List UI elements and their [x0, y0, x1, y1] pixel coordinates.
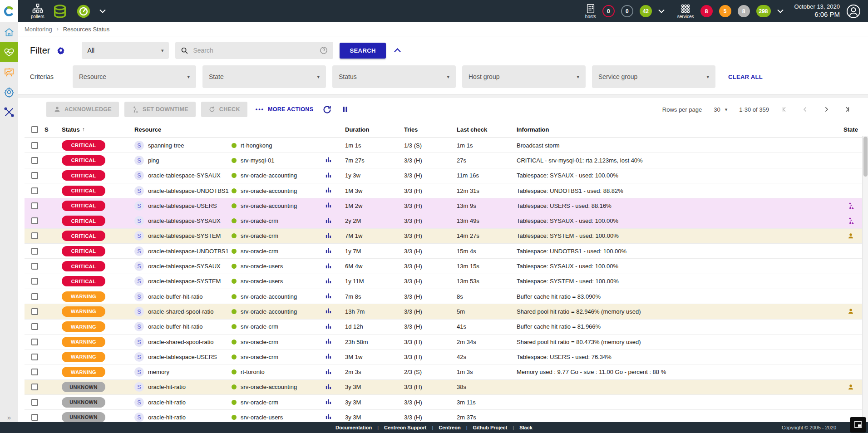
first-page-button[interactable] [781, 106, 788, 113]
search-help-icon[interactable] [320, 46, 328, 54]
parent-cell[interactable]: srv-oracle-users [232, 263, 325, 270]
parent-cell[interactable]: srv-oracle-accounting [232, 308, 325, 315]
resource-cell[interactable]: Soracle-buffer-hit-ratio [134, 322, 232, 331]
table-row[interactable]: WARNINGSoracle-tablespace-USERSsrv-oracl… [25, 349, 865, 364]
last-page-button[interactable] [843, 106, 851, 113]
table-row[interactable]: UNKNOWNSoracle-hit-ratiosrv-oracle-crm3y… [25, 395, 865, 410]
table-row[interactable]: CRITICALSoracle-tablespace-SYSTEMsrv-ora… [25, 274, 865, 289]
criteria-dropdown-state[interactable]: State▾ [202, 65, 326, 88]
parent-cell[interactable]: srv-oracle-accounting [232, 384, 325, 390]
parent-cell[interactable]: rt-toronto [232, 369, 325, 375]
table-row[interactable]: WARNINGSoracle-shared-spool-ratiosrv-ora… [25, 335, 865, 349]
parent-cell[interactable]: srv-oracle-crm [232, 248, 325, 255]
row-checkbox[interactable] [31, 354, 38, 360]
resource-cell[interactable]: Soracle-tablespace-USERS [134, 352, 232, 362]
graph-icon[interactable] [325, 383, 332, 390]
parent-cell[interactable]: srv-oracle-crm [232, 399, 325, 406]
row-checkbox[interactable] [31, 142, 38, 149]
row-checkbox[interactable] [31, 232, 38, 239]
table-row[interactable]: WARNINGSoracle-shared-spool-ratiosrv-ora… [25, 304, 865, 319]
more-actions-button[interactable]: ••• MORE ACTIONS [256, 106, 314, 113]
row-checkbox[interactable] [31, 278, 38, 285]
row-checkbox[interactable] [31, 323, 38, 330]
parent-cell[interactable]: rt-hongkong [232, 142, 325, 149]
table-row[interactable]: CRITICALSoracle-tablespace-UNDOTBS1srv-o… [25, 183, 865, 198]
check-button[interactable]: CHECK [201, 102, 247, 117]
table-row[interactable]: UNKNOWNSoracle-hit-ratiosrv-oracle-accou… [25, 380, 865, 395]
resource-cell[interactable]: Soracle-hit-ratio [134, 398, 232, 407]
graph-icon[interactable] [325, 307, 332, 314]
row-checkbox[interactable] [31, 369, 38, 375]
table-row[interactable]: CRITICALSoracle-tablespace-UNDOTBS1srv-o… [25, 244, 865, 259]
row-checkbox[interactable] [31, 308, 38, 315]
parent-cell[interactable]: srv-oracle-accounting [232, 293, 325, 300]
scrollbar-thumb[interactable] [863, 137, 868, 177]
parent-cell[interactable]: srv-oracle-crm [232, 232, 325, 239]
services-chevron-down-icon[interactable] [777, 9, 784, 13]
col-duration[interactable]: Duration [345, 126, 404, 133]
hosts-status[interactable]: hosts [585, 4, 596, 19]
hosts-up-count[interactable]: 42 [640, 5, 652, 17]
sidebar-item-home[interactable] [0, 22, 18, 42]
row-checkbox[interactable] [31, 263, 38, 270]
row-checkbox[interactable] [31, 187, 38, 194]
graph-icon[interactable] [325, 202, 332, 208]
clear-all-button[interactable]: CLEAR ALL [728, 74, 763, 80]
table-row[interactable]: CRITICALSoracle-tablespace-USERSsrv-orac… [25, 198, 865, 213]
table-row[interactable]: CRITICALSspanning-treert-hongkong1m 1s1/… [25, 138, 865, 153]
hosts-chevron-down-icon[interactable] [658, 9, 665, 13]
resource-cell[interactable]: Soracle-tablespace-SYSAUX [134, 171, 232, 180]
pollers-chevron-down-icon[interactable] [99, 9, 106, 13]
resource-cell[interactable]: Soracle-tablespace-SYSAUX [134, 216, 232, 226]
parent-cell[interactable]: srv-oracle-users [232, 414, 325, 421]
user-avatar-icon[interactable] [846, 4, 861, 19]
resource-cell[interactable]: Soracle-shared-spool-ratio [134, 337, 232, 347]
resource-cell[interactable]: Smemory [134, 367, 232, 377]
database-status-icon[interactable] [52, 4, 68, 19]
row-checkbox[interactable] [31, 172, 38, 179]
col-tries[interactable]: Tries [404, 126, 457, 133]
centreon-logo[interactable] [0, 0, 18, 22]
pause-refresh-button[interactable] [341, 105, 349, 113]
row-checkbox[interactable] [31, 248, 38, 255]
previous-page-button[interactable] [802, 106, 809, 113]
footer-link-slack[interactable]: Slack [519, 425, 533, 430]
search-box[interactable] [175, 42, 333, 59]
footer-link-github-project[interactable]: Github Project [473, 425, 508, 430]
table-row[interactable]: CRITICALSoracle-tablespace-SYSTEMsrv-ora… [25, 229, 865, 244]
row-checkbox[interactable] [31, 157, 38, 164]
hosts-unreachable-count[interactable]: 0 [621, 5, 633, 17]
resource-cell[interactable]: Soracle-tablespace-SYSTEM [134, 231, 232, 241]
sidebar-item-administration[interactable] [0, 102, 18, 122]
rows-per-page-select[interactable]: 30 ▾ [714, 106, 727, 113]
graph-icon[interactable] [325, 187, 332, 193]
resource-cell[interactable]: Soracle-tablespace-UNDOTBS1 [134, 246, 232, 256]
graph-icon[interactable] [325, 353, 332, 359]
col-last-check[interactable]: Last check [457, 126, 517, 133]
graph-icon[interactable] [325, 323, 332, 330]
resource-cell[interactable]: Soracle-hit-ratio [134, 382, 232, 392]
next-page-button[interactable] [823, 106, 830, 113]
resource-cell[interactable]: Soracle-shared-spool-ratio [134, 307, 232, 316]
graph-icon[interactable] [325, 292, 332, 299]
graph-icon[interactable] [325, 156, 332, 163]
table-row[interactable]: WARNINGSoracle-buffer-hit-ratiosrv-oracl… [25, 320, 865, 335]
services-status[interactable]: services [677, 4, 694, 19]
acknowledge-button[interactable]: ACKNOWLEDGE [46, 102, 119, 117]
col-information[interactable]: Information [517, 126, 836, 133]
resource-cell[interactable]: Soracle-tablespace-USERS [134, 201, 232, 211]
row-checkbox[interactable] [31, 384, 38, 390]
row-checkbox[interactable] [31, 202, 38, 209]
resource-cell[interactable]: Sping [134, 156, 232, 165]
filter-collapse-chevron-icon[interactable] [394, 46, 401, 54]
vertical-scrollbar[interactable] [862, 136, 868, 433]
table-row[interactable]: WARNINGSmemoryrt-toronto2m 3s2/3 (S)1m 3… [25, 364, 865, 379]
table-row[interactable]: WARNINGSoracle-buffer-hit-ratiosrv-oracl… [25, 289, 865, 304]
footer-link-documentation[interactable]: Documentation [335, 425, 372, 430]
graph-icon[interactable] [325, 277, 332, 284]
parent-cell[interactable]: srv-oracle-crm [232, 323, 325, 330]
filter-preset-dropdown[interactable]: All ▾ [82, 42, 169, 59]
col-state[interactable]: State [836, 126, 865, 133]
table-row[interactable]: CRITICALSoracle-tablespace-SYSAUXsrv-ora… [25, 168, 865, 183]
resource-cell[interactable]: Soracle-hit-ratio [134, 413, 232, 422]
